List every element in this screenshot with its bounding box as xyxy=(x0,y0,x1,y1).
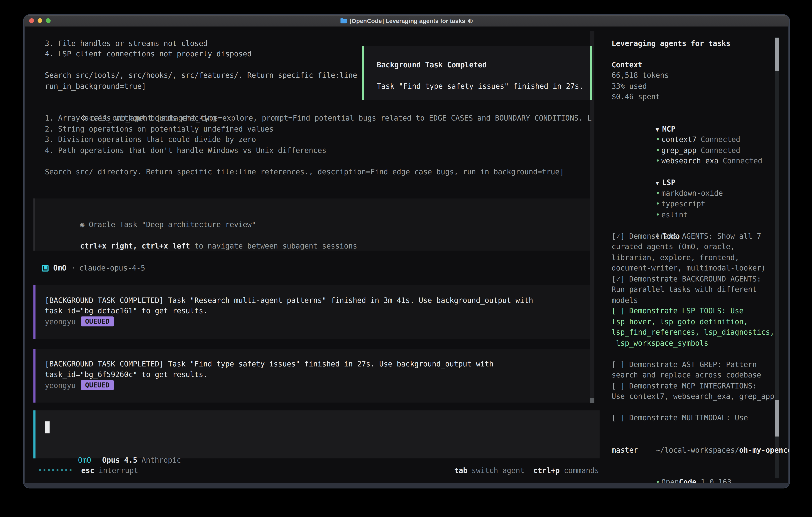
mcp-heading: MCP xyxy=(662,125,675,133)
todo-item-done: [✓] Demonstrate BACKGROUND AGENTS: Run p… xyxy=(612,273,782,306)
green-dot-icon: • xyxy=(656,209,661,220)
chevron-down-icon: ▼ xyxy=(656,180,659,187)
todo-line: [ ] Demonstrate LSP TOOLS: Use xyxy=(612,306,782,317)
message-line: task_id="bg_dcfac161" to get results. xyxy=(45,305,590,316)
todo-line: [ ] Demonstrate MULTIMODAL: Use xyxy=(612,413,782,424)
lsp-item-name: typescript xyxy=(661,199,705,208)
todo-section: ▼Todo [✓] Demonstrate AGENTS: Show all 7… xyxy=(612,220,782,423)
mcp-section: ▼MCP •context7Connected •grep_appConnect… xyxy=(612,113,782,156)
toast-title: Background Task Completed xyxy=(377,59,590,70)
green-dot-icon: • xyxy=(656,198,661,209)
folder-icon xyxy=(340,18,347,24)
chevron-down-icon: ▼ xyxy=(656,126,659,133)
todo-line: [ ] Demonstrate MCP INTEGRATIONS: xyxy=(612,380,782,391)
mcp-item-name: websearch_exa xyxy=(661,157,719,165)
tool-call-line xyxy=(45,156,592,166)
mcp-item-status: Connected xyxy=(723,157,762,165)
toast-body: Task "Find type safety issues" finished … xyxy=(377,81,590,91)
status-badge: QUEUED xyxy=(81,380,114,390)
lsp-item-name: markdown-oxide xyxy=(661,189,723,197)
message-line: [BACKGROUND TASK COMPLETED] Task "Resear… xyxy=(45,295,590,305)
mcp-item-name: context7 xyxy=(661,135,697,144)
workspace-info: ~/local-workspaces/oh-my-opencode: maste… xyxy=(612,434,782,456)
input-model-name: Opus 4.5 xyxy=(102,456,137,464)
session-title: Leveraging agents for tasks xyxy=(612,38,782,49)
window-title: [OpenCode] Leveraging agents for tasks xyxy=(349,18,465,24)
todo-line: lsp_hover, lsp_goto_definition, xyxy=(612,316,782,327)
context-spent: $0.46 spent xyxy=(612,91,782,102)
todo-line: Use context7, websearch_exa, grep_app xyxy=(612,391,782,402)
background-task-message: [BACKGROUND TASK COMPLETED] Task "Resear… xyxy=(33,285,590,339)
window-left-edge xyxy=(24,26,25,488)
todo-line: lsp_find_references, lsp_diagnostics, xyxy=(612,327,782,338)
input-model-row: OmOOpus 4.5Anthropic xyxy=(43,444,181,455)
workspace-repo: oh-my-opencode: xyxy=(739,446,789,454)
todo-item-pending: [ ] Demonstrate MCP INTEGRATIONS: Use co… xyxy=(612,380,782,402)
green-dot-icon: • xyxy=(656,145,661,156)
tool-call-line: 2. String operations on potentially unde… xyxy=(45,124,592,134)
lsp-item-name: eslint xyxy=(661,210,688,219)
version-info: •OpenCode1.0.163 xyxy=(612,466,782,477)
text-cursor xyxy=(45,421,50,433)
todo-item-done: [✓] Demonstrate AGENTS: Show all 7 curat… xyxy=(612,231,782,273)
separator-dot-icon: · xyxy=(71,263,76,273)
todo-item-pending: [ ] Demonstrate MULTIMODAL: Use xyxy=(612,413,782,424)
mcp-item-status: Connected xyxy=(701,135,740,144)
window-right-edge xyxy=(788,26,789,488)
message-line: task_id="bg_6f59260c" to get results. xyxy=(45,369,590,380)
tool-call-line: Search src/ directory. Return specific f… xyxy=(45,166,592,177)
session-progress-icon: ◐ xyxy=(468,17,473,24)
green-dot-icon: • xyxy=(656,188,661,199)
todo-line: document-writer, multimodal-looker) xyxy=(612,263,782,273)
chat-scrollbar-thumb[interactable] xyxy=(590,398,594,403)
context-section: Context 66,518 tokens 33% used $0.46 spe… xyxy=(612,59,782,102)
spinner-dots-icon: •••••••• xyxy=(38,465,73,476)
agent-icon xyxy=(42,265,49,271)
tool-call-block: ⚙call_omo_agent [subagent_type=explore, … xyxy=(45,102,592,177)
todo-line: [✓] Demonstrate BACKGROUND AGENTS: xyxy=(612,273,782,284)
context-heading: Context xyxy=(612,59,782,70)
message-author: yeongyu xyxy=(45,316,76,327)
todo-line: librarian, explore, frontend, xyxy=(612,252,782,263)
statusbar-right: tab switch agent ctrl+p commands xyxy=(454,465,599,476)
oracle-task-box: ◉ Oracle Task "Deep architecture review"… xyxy=(33,198,590,250)
tab-key-label: switch agent xyxy=(472,465,524,476)
context-tokens: 66,518 tokens xyxy=(612,70,782,81)
oracle-hint-text: to navigate between subagent sessions xyxy=(190,242,357,250)
statusbar-left: •••••••• esc interrupt xyxy=(38,465,138,476)
terminal-window: [OpenCode] Leveraging agents for tasks ◐… xyxy=(24,15,789,488)
context-used: 33% used xyxy=(612,81,782,91)
todo-line: lsp_workspace_symbols xyxy=(612,338,782,349)
mcp-item-name: grep_app xyxy=(661,146,697,155)
mcp-section-header[interactable]: ▼MCP xyxy=(612,113,782,124)
agent-model: claude-opus-4-5 xyxy=(79,263,145,273)
record-icon: ◉ xyxy=(80,220,85,229)
todo-line: search and replace across codebase xyxy=(612,370,782,381)
input-model-provider: Anthropic xyxy=(142,456,181,464)
window-titlebar[interactable]: [OpenCode] Leveraging agents for tasks ◐ xyxy=(24,15,789,27)
session-sidebar: Leveraging agents for tasks Context 66,5… xyxy=(612,38,782,477)
mcp-item-status: Connected xyxy=(701,146,740,155)
prompt-input[interactable]: OmOOpus 4.5Anthropic xyxy=(33,410,600,458)
todo-line: [✓] Demonstrate AGENTS: Show all 7 xyxy=(612,231,782,242)
todo-item-active: [ ] Demonstrate LSP TOOLS: Use lsp_hover… xyxy=(612,306,782,349)
background-task-message: [BACKGROUND TASK COMPLETED] Task "Find t… xyxy=(33,349,590,403)
background-task-toast: Background Task Completed Task "Find typ… xyxy=(362,46,592,100)
oracle-task-title: Oracle Task "Deep architecture review" xyxy=(85,220,256,229)
todo-line: [ ] Demonstrate AST-GREP: Pattern xyxy=(612,359,782,370)
esc-key-label: interrupt xyxy=(98,465,138,476)
todo-item-pending: [ ] Demonstrate AST-GREP: Pattern search… xyxy=(612,359,782,380)
esc-key-hint: esc xyxy=(81,465,94,476)
todo-line: models xyxy=(612,295,782,306)
tab-key-hint: tab xyxy=(454,465,467,476)
message-author: yeongyu xyxy=(45,380,76,391)
agent-header: OmO · claude-opus-4-5 xyxy=(42,263,145,273)
window-title-area: [OpenCode] Leveraging agents for tasks ◐ xyxy=(24,15,789,26)
tool-call-line: 3. Division operations that could divide… xyxy=(45,134,592,145)
ctrlp-key-hint: ctrl+p xyxy=(533,465,560,476)
tool-call-line: 4. Path operations that don't handle Win… xyxy=(45,145,592,156)
desktop: [OpenCode] Leveraging agents for tasks ◐… xyxy=(0,0,812,517)
input-agent-name: OmO xyxy=(78,456,91,464)
window-bottom-edge xyxy=(24,483,789,488)
todo-line: Run parallel tasks with different xyxy=(612,284,782,295)
